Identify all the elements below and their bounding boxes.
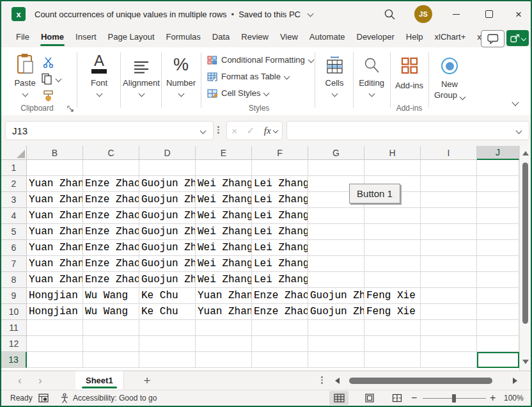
cell-E10[interactable]: Yuan Zhang: [196, 304, 252, 320]
column-header-i[interactable]: I: [421, 146, 477, 160]
cell-D3[interactable]: Guojun Zhang: [139, 192, 196, 208]
cell-I1[interactable]: [421, 160, 477, 176]
cell-I2[interactable]: [421, 176, 477, 192]
column-header-j[interactable]: J: [477, 146, 519, 160]
cell-F12[interactable]: [252, 336, 308, 352]
cell-J9[interactable]: [477, 288, 519, 304]
cell-D11[interactable]: [139, 320, 196, 336]
font-group-button[interactable]: A Font: [81, 52, 118, 96]
cell-I5[interactable]: [421, 224, 477, 240]
sheetbar-splitter[interactable]: [321, 376, 323, 384]
cell-C10[interactable]: Wu Wang: [83, 304, 139, 320]
cell-B3[interactable]: Yuan Zhang: [27, 192, 83, 208]
saved-status[interactable]: Saved to this PC: [239, 10, 301, 19]
menu-tab-xlchart-[interactable]: xlChart+: [429, 27, 472, 47]
page-layout-view-button[interactable]: [360, 391, 379, 405]
search-button[interactable]: [379, 4, 400, 24]
insert-function-button[interactable]: fx: [264, 125, 278, 136]
cell-B4[interactable]: Yuan Zhang: [27, 208, 83, 224]
row-header-10[interactable]: 10: [1, 304, 27, 320]
format-painter-button[interactable]: [42, 90, 54, 104]
cell-D2[interactable]: Guojun Zhang: [139, 176, 196, 192]
cell-G1[interactable]: [308, 160, 364, 176]
editing-group-button[interactable]: Editing: [354, 52, 389, 96]
select-all-button[interactable]: [1, 146, 27, 160]
cell-H8[interactable]: [364, 272, 421, 288]
row-header-13[interactable]: 13: [1, 352, 27, 368]
cell-H1[interactable]: [364, 160, 421, 176]
cell-F11[interactable]: [252, 320, 308, 336]
cell-J10[interactable]: [477, 304, 519, 320]
cell-C11[interactable]: [83, 320, 139, 336]
cell-I8[interactable]: [421, 272, 477, 288]
row-header-4[interactable]: 4: [1, 208, 27, 224]
cell-F4[interactable]: Lei Zhang: [252, 208, 308, 224]
clipboard-dialog-launcher[interactable]: [67, 104, 74, 115]
cell-E9[interactable]: Yuan Zhang: [196, 288, 252, 304]
zoom-in-button[interactable]: +: [490, 390, 496, 406]
row-header-11[interactable]: 11: [1, 320, 27, 336]
cell-C5[interactable]: Enze Zhao: [83, 224, 139, 240]
cell-D6[interactable]: Guojun Zhang: [139, 240, 196, 256]
menu-tab-insert[interactable]: Insert: [70, 27, 102, 47]
vertical-scrollbar[interactable]: [519, 146, 531, 371]
cell-B8[interactable]: Yuan Zhang: [27, 272, 83, 288]
cell-B11[interactable]: [27, 320, 83, 336]
cell-F13[interactable]: [252, 352, 308, 368]
number-group-button[interactable]: % Number: [162, 52, 199, 96]
cell-D12[interactable]: [139, 336, 196, 352]
formula-input[interactable]: [286, 121, 529, 140]
zoom-slider-handle[interactable]: [452, 394, 456, 403]
cell-B10[interactable]: Hongjian Wu: [27, 304, 83, 320]
cell-I6[interactable]: [421, 240, 477, 256]
row-header-6[interactable]: 6: [1, 240, 27, 256]
new-group-button[interactable]: New Group: [430, 52, 469, 100]
cell-D9[interactable]: Ke Chu: [139, 288, 196, 304]
cell-C4[interactable]: Enze Zhao: [83, 208, 139, 224]
cell-I10[interactable]: [421, 304, 477, 320]
menu-tab-home[interactable]: Home: [35, 27, 70, 47]
row-header-7[interactable]: 7: [1, 256, 27, 272]
cell-J7[interactable]: [477, 256, 519, 272]
vertical-scrollbar-thumb[interactable]: [522, 163, 528, 324]
cell-G11[interactable]: [308, 320, 364, 336]
cell-C9[interactable]: Wu Wang: [83, 288, 139, 304]
cell-H12[interactable]: [364, 336, 421, 352]
macro-record-button[interactable]: [38, 390, 49, 406]
menu-tab-file[interactable]: File: [10, 27, 35, 47]
cell-I13[interactable]: [421, 352, 477, 368]
menu-tab-page-layout[interactable]: Page Layout: [102, 27, 160, 47]
cell-E5[interactable]: Wei Zhang: [196, 224, 252, 240]
cell-I7[interactable]: [421, 256, 477, 272]
cell-F2[interactable]: Lei Zhang: [252, 176, 308, 192]
comments-button[interactable]: [481, 30, 505, 47]
cell-G13[interactable]: [308, 352, 364, 368]
cell-J8[interactable]: [477, 272, 519, 288]
cell-E4[interactable]: Wei Zhang: [196, 208, 252, 224]
row-header-2[interactable]: 2: [1, 176, 27, 192]
cell-C7[interactable]: Enze Zhao: [83, 256, 139, 272]
confirm-entry-button[interactable]: ✓: [247, 125, 255, 136]
cell-J4[interactable]: [477, 208, 519, 224]
column-header-f[interactable]: F: [252, 146, 308, 160]
cell-C1[interactable]: [83, 160, 139, 176]
sheet-tab-sheet1[interactable]: Sheet1: [75, 371, 124, 390]
cell-C8[interactable]: Enze Zhao: [83, 272, 139, 288]
scroll-right-icon[interactable]: [513, 378, 517, 384]
menu-tab-formulas[interactable]: Formulas: [160, 27, 207, 47]
cell-F9[interactable]: Enze Zhao: [252, 288, 308, 304]
cell-B5[interactable]: Yuan Zhang: [27, 224, 83, 240]
addins-button[interactable]: Add-ins: [391, 52, 427, 90]
cell-D13[interactable]: [139, 352, 196, 368]
column-header-c[interactable]: C: [83, 146, 139, 160]
cell-J11[interactable]: [477, 320, 519, 336]
page-break-preview-button[interactable]: [387, 391, 407, 405]
saved-status-chevron-icon[interactable]: [307, 10, 313, 17]
paste-button[interactable]: Paste: [10, 52, 40, 96]
column-header-g[interactable]: G: [308, 146, 364, 160]
cell-I4[interactable]: [421, 208, 477, 224]
column-header-d[interactable]: D: [139, 146, 196, 160]
cell-F5[interactable]: Lei Zhang: [252, 224, 308, 240]
cell-B1[interactable]: [27, 160, 83, 176]
cell-H4[interactable]: [364, 208, 421, 224]
